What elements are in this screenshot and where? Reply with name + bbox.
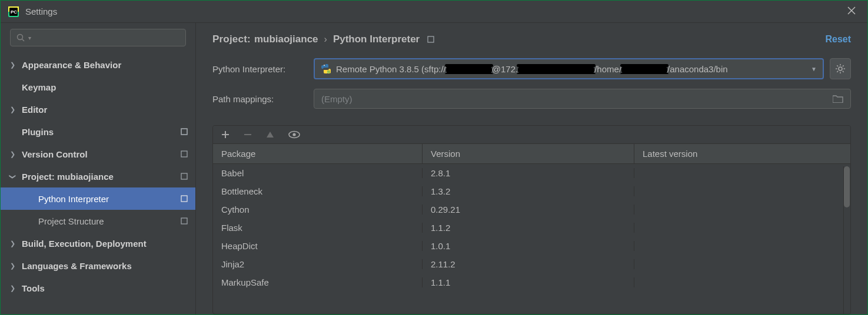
header-package[interactable]: Package <box>213 144 423 163</box>
tree-item-project[interactable]: ❯Project: mubiaojiance <box>1 165 195 187</box>
header-latest[interactable]: Latest version <box>634 144 850 163</box>
tree-item-keymap[interactable]: ❯Keymap <box>1 76 195 98</box>
table-row[interactable]: MarkupSafe1.1.1 <box>213 273 850 291</box>
search-icon <box>16 33 25 42</box>
interpreter-dropdown[interactable]: R Remote Python 3.8.5 (sftp://@172./home… <box>314 58 824 79</box>
chevron-down-icon: ▼ <box>811 66 817 72</box>
triangle-up-icon <box>266 131 274 138</box>
chevron-down-icon: ❯ <box>9 172 16 181</box>
minus-icon <box>244 130 252 139</box>
svg-rect-11 <box>181 151 187 157</box>
chevron-right-icon: ❯ <box>8 106 17 113</box>
eye-icon <box>288 130 300 139</box>
modified-indicator-icon <box>180 195 188 203</box>
packages-table: Package Version Latest version Babel2.8.… <box>213 144 850 314</box>
table-row[interactable]: Bottleneck1.3.2 <box>213 182 850 200</box>
svg-point-6 <box>18 35 23 40</box>
tree-item-build[interactable]: ❯Build, Execution, Deployment <box>1 232 195 254</box>
modified-indicator-icon <box>180 150 188 158</box>
tree-item-python-interpreter[interactable]: ❯Python Interpreter <box>1 187 195 210</box>
table-row[interactable]: Babel2.8.1 <box>213 164 850 182</box>
breadcrumb-separator-icon: › <box>324 34 327 45</box>
tree-item-languages[interactable]: ❯Languages & Frameworks <box>1 254 195 277</box>
breadcrumb-page: Python Interpreter <box>333 33 420 45</box>
svg-rect-13 <box>181 196 187 202</box>
interpreter-settings-button[interactable] <box>830 58 851 79</box>
table-row[interactable]: Jinja22.11.2 <box>213 255 850 273</box>
table-row[interactable]: Cython0.29.21 <box>213 200 850 219</box>
path-mappings-field[interactable]: (Empty) <box>314 89 851 109</box>
svg-point-19 <box>839 67 842 71</box>
main-area: ▾ ❯Appearance & Behavior ❯Keymap ❯Editor… <box>1 23 867 314</box>
table-header: Package Version Latest version <box>213 144 850 164</box>
modified-indicator-icon <box>427 35 435 43</box>
path-mappings-label: Path mappings: <box>212 94 314 104</box>
header-version[interactable]: Version <box>423 144 634 163</box>
svg-point-33 <box>292 133 295 136</box>
window-title: Settings <box>25 6 843 16</box>
close-button[interactable] <box>843 4 860 19</box>
modified-indicator-icon <box>180 217 188 225</box>
tree-item-appearance[interactable]: ❯Appearance & Behavior <box>1 53 195 76</box>
svg-line-27 <box>837 71 838 72</box>
folder-icon <box>833 95 843 103</box>
scrollbar-thumb[interactable] <box>844 166 850 207</box>
scrollbar[interactable] <box>843 166 850 314</box>
svg-text:R: R <box>327 70 330 74</box>
table-row[interactable]: Flask1.1.2 <box>213 219 850 237</box>
python-remote-icon: R <box>321 63 331 74</box>
remove-package-button[interactable] <box>244 130 252 139</box>
svg-text:PC: PC <box>11 9 17 15</box>
packages-toolbar <box>213 126 850 144</box>
tree-item-tools[interactable]: ❯Tools <box>1 277 195 299</box>
reset-link[interactable]: Reset <box>825 34 851 45</box>
settings-window: PC Settings ▾ ❯Appearance & Behavior ❯ <box>0 0 868 315</box>
pycharm-icon: PC <box>8 6 19 18</box>
svg-line-26 <box>843 65 844 66</box>
modified-indicator-icon <box>180 128 188 136</box>
svg-point-16 <box>324 65 325 66</box>
content-area: Project: mubiaojiance › Python Interpret… <box>196 23 867 314</box>
breadcrumb-project-label: Project: <box>212 33 251 45</box>
add-package-button[interactable] <box>221 130 230 139</box>
chevron-right-icon: ❯ <box>8 284 17 292</box>
breadcrumb-project-name: mubiaojiance <box>254 33 318 45</box>
plus-icon <box>221 130 230 139</box>
upgrade-package-button[interactable] <box>266 131 274 138</box>
svg-marker-31 <box>267 132 274 138</box>
svg-rect-9 <box>182 129 187 134</box>
packages-panel: Package Version Latest version Babel2.8.… <box>212 125 851 314</box>
table-body: Babel2.8.1 Bottleneck1.3.2 Cython0.29.21… <box>213 164 850 291</box>
modified-indicator-icon <box>180 172 188 180</box>
chevron-right-icon: ❯ <box>8 150 17 158</box>
chevron-right-icon: ❯ <box>8 262 17 270</box>
breadcrumb: Project: mubiaojiance › Python Interpret… <box>196 23 867 53</box>
table-row[interactable]: HeapDict1.0.1 <box>213 237 850 255</box>
path-mappings-value: (Empty) <box>321 94 352 104</box>
tree-item-editor[interactable]: ❯Editor <box>1 98 195 120</box>
interpreter-value: Remote Python 3.8.5 (sftp://@172./home//… <box>336 64 807 74</box>
tree-item-project-structure[interactable]: ❯Project Structure <box>1 210 195 232</box>
show-early-releases-button[interactable] <box>288 130 300 139</box>
tree-item-version-control[interactable]: ❯Version Control <box>1 143 195 165</box>
chevron-right-icon: ❯ <box>8 61 17 69</box>
tree-item-plugins[interactable]: ❯Plugins <box>1 120 195 143</box>
titlebar: PC Settings <box>1 1 867 23</box>
interpreter-row: Python Interpreter: R Remote Python 3.8.… <box>196 53 867 84</box>
search-input[interactable] <box>31 33 179 42</box>
svg-line-7 <box>22 39 25 42</box>
chevron-right-icon: ❯ <box>8 240 17 247</box>
svg-line-25 <box>843 71 844 72</box>
path-mappings-row: Path mappings: (Empty) <box>196 84 867 113</box>
svg-rect-15 <box>428 36 434 42</box>
interpreter-label: Python Interpreter: <box>212 64 314 74</box>
browse-path-button[interactable] <box>833 95 843 103</box>
gear-icon <box>835 63 846 74</box>
search-input-wrap[interactable]: ▾ <box>10 29 186 46</box>
settings-tree: ❯Appearance & Behavior ❯Keymap ❯Editor ❯… <box>1 53 195 299</box>
sidebar: ▾ ❯Appearance & Behavior ❯Keymap ❯Editor… <box>1 23 196 314</box>
svg-line-24 <box>837 65 838 66</box>
svg-rect-14 <box>181 218 187 224</box>
svg-rect-12 <box>181 173 187 179</box>
